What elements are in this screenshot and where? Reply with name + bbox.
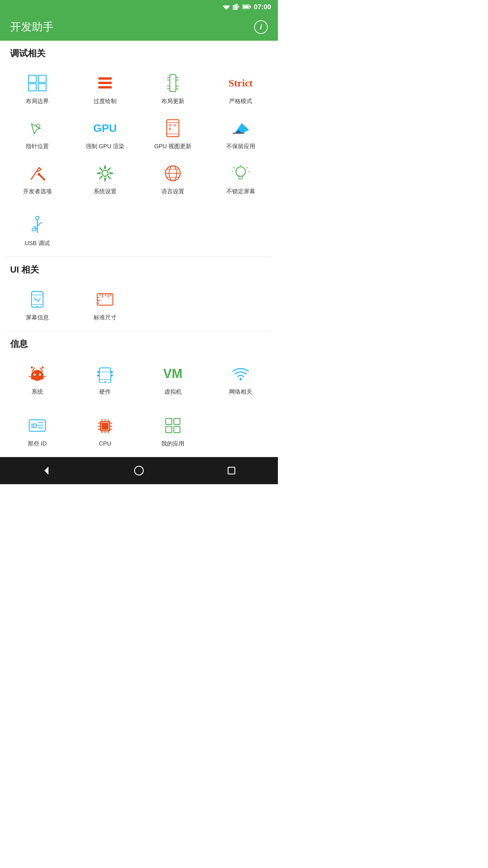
app-title: 开发助手 <box>10 20 54 35</box>
grid-item-network[interactable]: 网络相关 <box>207 357 274 402</box>
info-button[interactable]: i <box>254 20 268 34</box>
info-grid-row1: 系统 硬件 VM 虚拟机 <box>0 353 278 405</box>
no-lock-label: 不锁定屏幕 <box>226 188 255 195</box>
section-ui-title: UI 相关 <box>0 257 278 279</box>
grid-item-no-lock[interactable]: 不锁定屏幕 <box>207 156 274 201</box>
ruler-icon <box>94 289 116 310</box>
wifi-icon <box>230 363 251 384</box>
svg-text:H: H <box>238 5 240 9</box>
svg-rect-12 <box>38 84 46 91</box>
svg-line-62 <box>37 299 38 302</box>
usb-icon <box>26 214 48 236</box>
svg-rect-15 <box>98 86 112 88</box>
hardware-label: 硬件 <box>99 388 111 396</box>
grid-item-system[interactable]: 系统 <box>3 357 71 402</box>
vm-label: 虚拟机 <box>164 388 182 396</box>
grid-item-usb-debug[interactable]: USB 调试 <box>3 208 71 253</box>
pointer-label: 指针位置 <box>26 142 49 150</box>
svg-text:P: P <box>169 127 171 131</box>
time-display: 07:00 <box>254 3 271 11</box>
svg-point-37 <box>102 170 108 176</box>
battery-icon <box>242 4 251 9</box>
grid-item-no-save[interactable]: 不保留应用 <box>207 111 274 156</box>
grid-item-dev-options[interactable]: 开发者选项 <box>3 156 71 201</box>
gear-icon <box>94 162 116 184</box>
status-icons: H 07:00 <box>223 3 271 11</box>
svg-point-116 <box>135 466 143 475</box>
svg-rect-8 <box>243 5 249 8</box>
cpu-icon <box>94 415 116 437</box>
bulb-icon <box>230 162 251 184</box>
grid-item-layout-border[interactable]: 布局边界 <box>3 66 71 111</box>
grid-item-vm[interactable]: VM 虚拟机 <box>139 357 207 402</box>
svg-rect-87 <box>97 371 99 373</box>
grid-item-hardware[interactable]: 硬件 <box>71 357 139 402</box>
layout-update-icon <box>162 72 184 94</box>
svg-rect-88 <box>97 375 99 376</box>
svg-rect-4 <box>236 4 238 10</box>
ui-grid: 屏幕信息 标准尺寸 <box>0 279 278 331</box>
apps-icon <box>162 415 184 436</box>
svg-rect-7 <box>250 6 251 8</box>
no-save-label: 不保留应用 <box>226 142 255 150</box>
grid-item-layout-update[interactable]: 布局更新 <box>139 66 207 111</box>
svg-marker-115 <box>44 467 48 475</box>
debug-grid: 布局边界 过度绘制 <box>0 63 278 205</box>
grid-item-overdraw[interactable]: 过度绘制 <box>71 66 139 111</box>
svg-rect-54 <box>32 228 36 231</box>
svg-point-43 <box>236 167 245 176</box>
svg-rect-112 <box>174 418 180 425</box>
recents-button[interactable] <box>223 462 240 479</box>
svg-rect-90 <box>111 375 113 376</box>
signal-icon: H <box>233 4 240 10</box>
hardware-icon <box>94 363 116 384</box>
svg-rect-11 <box>28 84 36 91</box>
gpu-view-icon: G P U <box>162 117 184 139</box>
info-grid-row2: ID 那些 ID <box>0 405 278 457</box>
overdraw-icon <box>94 72 116 94</box>
grid-item-pointer[interactable]: 指针位置 <box>3 111 71 156</box>
main-content: 调试相关 布局边界 过度绘制 <box>0 41 278 457</box>
grid-item-screen-info[interactable]: 屏幕信息 <box>3 282 71 328</box>
layout-border-icon <box>26 72 48 94</box>
screen-info-label: 屏幕信息 <box>26 314 49 321</box>
home-button[interactable] <box>130 462 147 479</box>
svg-rect-89 <box>111 371 113 373</box>
svg-point-80 <box>42 367 44 369</box>
svg-rect-113 <box>166 427 172 433</box>
those-id-label: 那些 ID <box>28 440 47 448</box>
grid-item-system-settings[interactable]: 系统设置 <box>71 156 139 201</box>
grid-item-cpu[interactable]: CPU <box>71 409 139 454</box>
svg-point-86 <box>104 381 106 382</box>
svg-point-36 <box>38 173 40 176</box>
vm-icon: VM <box>162 363 184 384</box>
grid-item-my-apps[interactable]: 我的应用 <box>139 409 207 454</box>
grid-item-gpu-view[interactable]: G P U GPU 视图更新 <box>139 111 207 156</box>
standard-size-label: 标准尺寸 <box>94 314 117 321</box>
wifi-status-icon <box>223 4 230 10</box>
svg-text:ID: ID <box>31 422 37 429</box>
lang-label: 语言设置 <box>161 188 184 195</box>
gpu-icon: GPU <box>94 117 116 139</box>
svg-rect-14 <box>98 82 112 84</box>
usb-debug-label: USB 调试 <box>25 239 50 247</box>
pointer-icon <box>26 117 48 139</box>
svg-rect-83 <box>99 368 111 383</box>
section-debug-title: 调试相关 <box>0 41 278 63</box>
layout-update-label: 布局更新 <box>161 97 184 105</box>
grid-item-standard-size[interactable]: 标准尺寸 <box>71 282 139 328</box>
grid-item-strict[interactable]: Strict 严格模式 <box>207 66 274 111</box>
section-info-title: 信息 <box>0 331 278 353</box>
svg-rect-114 <box>174 427 180 433</box>
svg-text:U: U <box>174 123 176 127</box>
svg-rect-10 <box>38 75 46 82</box>
back-button[interactable] <box>38 462 55 479</box>
svg-line-46 <box>234 167 235 168</box>
strict-icon: Strict <box>230 72 251 94</box>
grid-item-gpu-render[interactable]: GPU 强制 GPU 渲染 <box>71 111 139 156</box>
grid-item-those-id[interactable]: ID 那些 ID <box>3 409 71 454</box>
eraser-icon <box>230 117 251 139</box>
svg-line-47 <box>246 167 247 168</box>
grid-item-lang[interactable]: 语言设置 <box>139 156 207 201</box>
svg-point-76 <box>39 374 41 376</box>
